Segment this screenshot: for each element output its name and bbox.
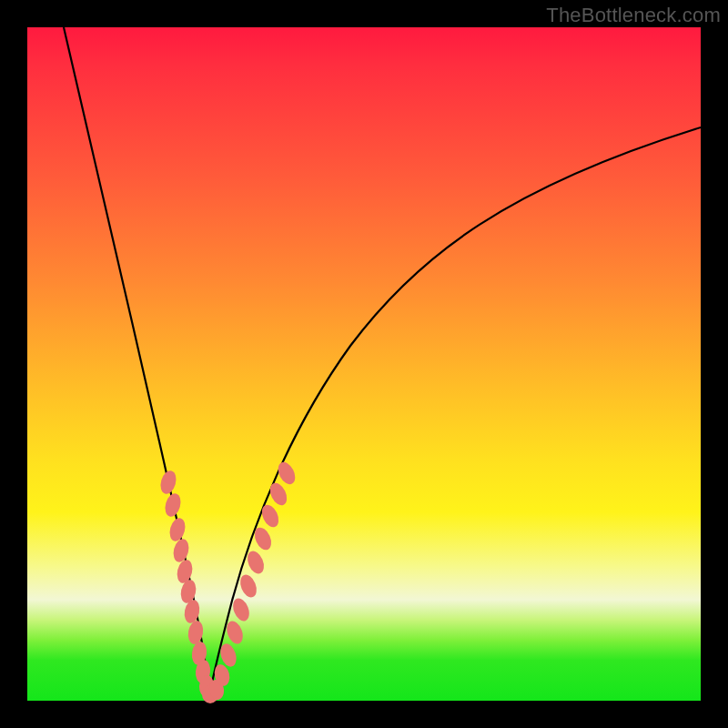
curve-right (209, 127, 701, 697)
bead-group (158, 460, 298, 703)
curve-layer (27, 27, 701, 701)
plot-area (27, 27, 701, 701)
bead (163, 491, 184, 518)
watermark-text: TheBottleneck.com (546, 4, 721, 27)
bead (158, 469, 179, 495)
bead (238, 572, 260, 600)
bead (167, 516, 187, 542)
bead (230, 596, 252, 623)
chart-frame: TheBottleneck.com (0, 0, 728, 728)
bead (258, 502, 281, 530)
bead (171, 537, 191, 563)
bead (267, 480, 290, 508)
bead (245, 549, 268, 576)
